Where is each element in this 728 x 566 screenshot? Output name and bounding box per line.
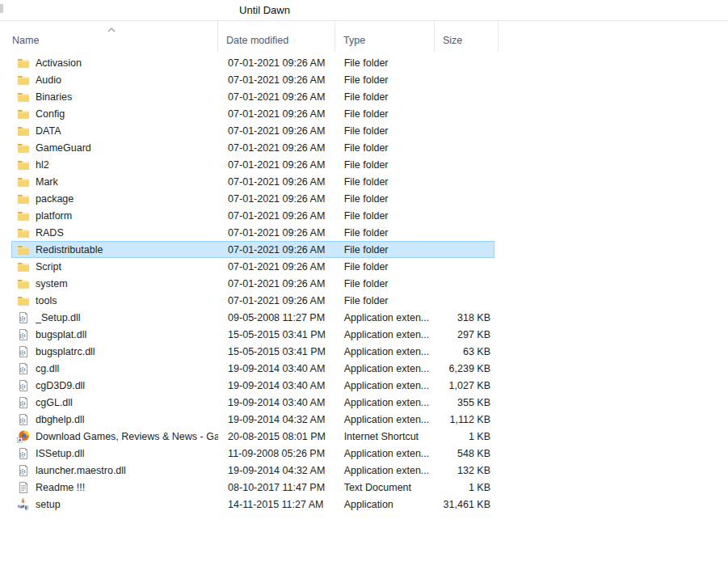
file-name: Script — [36, 261, 61, 272]
file-row[interactable]: Config 07-01-2021 09:26 AM File folder — [11, 105, 494, 122]
file-row[interactable]: Binaries 07-01-2021 09:26 AM File folder — [11, 88, 494, 105]
file-name: hl2 — [36, 159, 49, 171]
file-size: 1,027 KB — [434, 380, 494, 391]
file-date-modified: 07-01-2021 09:26 AM — [218, 278, 335, 289]
file-type: File folder — [335, 74, 435, 86]
file-row[interactable]: Redistributable 07-01-2021 09:26 AM File… — [11, 241, 494, 258]
file-name: bugsplat.dll — [36, 329, 86, 340]
file-row[interactable]: setup 14-11-2015 11:27 AM Application 31… — [11, 496, 494, 513]
file-date-modified: 07-01-2021 09:26 AM — [218, 74, 335, 86]
file-row[interactable]: cgGL.dll 19-09-2014 03:40 AM Application… — [11, 394, 494, 411]
column-header-size[interactable]: Size — [435, 21, 499, 52]
file-type: Internet Shortcut — [335, 431, 435, 442]
file-row[interactable]: launcher.maestro.dll 19-09-2014 04:32 AM… — [11, 462, 494, 479]
file-row[interactable]: cg.dll 19-09-2014 03:40 AM Application e… — [11, 360, 494, 377]
file-name: Mark — [36, 176, 58, 188]
file-row[interactable]: dbghelp.dll 19-09-2014 04:32 AM Applicat… — [11, 411, 494, 428]
file-row[interactable]: Mark 07-01-2021 09:26 AM File folder — [11, 173, 494, 190]
file-date-modified: 19-09-2014 04:32 AM — [218, 465, 335, 476]
file-date-modified: 19-09-2014 03:40 AM — [218, 363, 335, 374]
file-date-modified: 14-11-2015 11:27 AM — [218, 499, 335, 510]
file-size: 63 KB — [434, 346, 494, 357]
file-name-cell: hl2 — [12, 158, 218, 171]
folder-icon — [17, 91, 30, 103]
file-type: Application exten... — [335, 465, 435, 476]
file-row[interactable]: RADS 07-01-2021 09:26 AM File folder — [11, 224, 494, 241]
file-row[interactable]: tools 07-01-2021 09:26 AM File folder — [11, 292, 494, 309]
sort-ascending-icon — [107, 23, 116, 35]
file-row[interactable]: package 07-01-2021 09:26 AM File folder — [11, 190, 494, 207]
file-type: File folder — [335, 108, 435, 120]
file-row[interactable]: DATA 07-01-2021 09:26 AM File folder — [11, 122, 494, 139]
file-name-cell: setup — [12, 498, 218, 511]
dll-file-icon — [17, 328, 30, 341]
file-date-modified: 08-10-2017 11:47 PM — [218, 482, 335, 493]
file-name: RADS — [36, 227, 64, 239]
file-name-cell: cgD3D9.dll — [12, 379, 218, 392]
file-name: platform — [36, 210, 72, 222]
file-name: Activasion — [36, 57, 82, 69]
file-type: Application exten... — [335, 380, 435, 391]
file-row[interactable]: cgD3D9.dll 19-09-2014 03:40 AM Applicati… — [11, 377, 494, 394]
setup-installer-icon — [17, 498, 30, 511]
file-date-modified: 09-05-2008 11:27 PM — [218, 312, 335, 323]
folder-icon — [17, 294, 30, 307]
file-date-modified: 19-09-2014 03:40 AM — [218, 380, 335, 391]
file-name: bugsplatrc.dll — [36, 346, 95, 357]
file-size: 355 KB — [434, 397, 494, 408]
column-header-row: Name Date modified Type Size — [0, 21, 728, 52]
file-date-modified: 07-01-2021 09:26 AM — [218, 125, 335, 137]
file-name: Readme !!! — [36, 482, 85, 493]
file-row[interactable]: bugsplatrc.dll 15-05-2015 03:41 PM Appli… — [11, 343, 494, 360]
file-name-cell: _Setup.dll — [12, 311, 218, 324]
file-row[interactable]: GameGuard 07-01-2021 09:26 AM File folde… — [11, 139, 494, 156]
column-header-name[interactable]: Name — [0, 21, 218, 52]
file-type: File folder — [335, 159, 435, 171]
file-name-cell: package — [12, 192, 218, 205]
file-date-modified: 07-01-2021 09:26 AM — [218, 244, 335, 256]
file-name-cell: Binaries — [12, 91, 218, 103]
file-size: 132 KB — [434, 465, 494, 476]
folder-icon — [17, 209, 30, 222]
file-name: DATA — [36, 125, 61, 137]
dll-file-icon — [17, 396, 30, 409]
dll-file-icon — [17, 345, 30, 358]
file-date-modified: 07-01-2021 09:26 AM — [218, 227, 335, 239]
file-row[interactable]: platform 07-01-2021 09:26 AM File folder — [11, 207, 494, 224]
column-header-date-modified[interactable]: Date modified — [218, 21, 335, 52]
file-name-cell: Config — [12, 108, 218, 120]
folder-icon — [17, 142, 30, 154]
file-size: 297 KB — [434, 329, 494, 340]
file-name: Binaries — [36, 91, 72, 103]
dll-file-icon — [17, 311, 30, 324]
file-size: 548 KB — [434, 448, 494, 459]
file-name: ISSetup.dll — [36, 448, 84, 459]
file-type: File folder — [335, 295, 435, 306]
file-row[interactable]: Readme !!! 08-10-2017 11:47 PM Text Docu… — [11, 479, 494, 496]
folder-icon — [17, 108, 30, 120]
file-row[interactable]: Audio 07-01-2021 09:26 AM File folder — [11, 71, 494, 88]
file-type: Application exten... — [335, 363, 435, 374]
file-row[interactable]: Activasion 07-01-2021 09:26 AM File fold… — [11, 54, 494, 71]
file-row[interactable]: ISSetup.dll 11-09-2008 05:26 PM Applicat… — [11, 445, 494, 462]
file-row[interactable]: _Setup.dll 09-05-2008 11:27 PM Applicati… — [11, 309, 494, 326]
file-name-cell: DATA — [12, 125, 218, 137]
file-type: File folder — [335, 244, 435, 256]
file-type: Application exten... — [335, 414, 435, 425]
file-name-cell: dbghelp.dll — [12, 413, 218, 426]
file-type: File folder — [335, 176, 435, 188]
column-header-type[interactable]: Type — [335, 21, 435, 52]
file-row[interactable]: Download Games, Reviews & News - Ga... 2… — [11, 428, 494, 445]
file-name-cell: tools — [12, 294, 218, 307]
file-size: 6,239 KB — [434, 363, 494, 374]
folder-icon — [17, 158, 30, 171]
file-size: 1 KB — [434, 482, 494, 493]
file-row[interactable]: system 07-01-2021 09:26 AM File folder — [11, 275, 494, 292]
file-type: File folder — [335, 125, 435, 137]
folder-icon — [17, 175, 30, 188]
file-row[interactable]: hl2 07-01-2021 09:26 AM File folder — [11, 156, 494, 173]
file-row[interactable]: Script 07-01-2021 09:26 AM File folder — [11, 258, 494, 275]
file-name-cell: system — [12, 277, 218, 290]
file-row[interactable]: bugsplat.dll 15-05-2015 03:41 PM Applica… — [11, 326, 494, 343]
file-name: launcher.maestro.dll — [36, 465, 126, 476]
